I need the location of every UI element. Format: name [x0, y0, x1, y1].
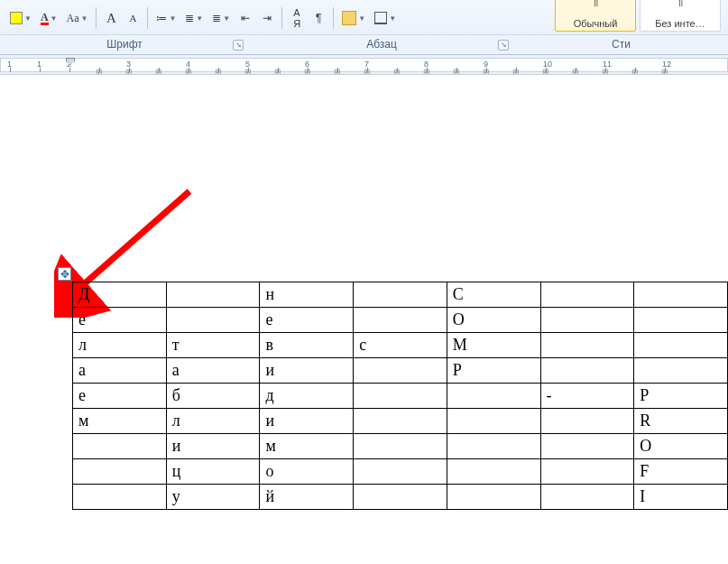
table-cell[interactable] [540, 485, 634, 510]
ruler-column-marker: ⊞ [572, 68, 579, 73]
chevron-down-icon: ▼ [358, 14, 365, 23]
shading-button[interactable]: ▼ [338, 7, 369, 29]
group-font-label: Шрифт ↘ [0, 35, 249, 54]
table-cell[interactable] [354, 282, 447, 308]
table-cell[interactable]: P [634, 384, 728, 409]
table-cell[interactable] [73, 434, 167, 459]
increase-indent-button[interactable]: ⇥ [257, 7, 277, 29]
font-color-button[interactable]: A ▼ [37, 7, 61, 29]
table-cell[interactable] [540, 308, 634, 333]
style-label: Без инте… [655, 18, 705, 31]
ruler-column-marker: ⊞ [125, 68, 133, 73]
table-cell[interactable]: С [447, 282, 540, 308]
table-cell[interactable] [540, 358, 634, 384]
table-cell[interactable] [447, 384, 540, 409]
table-cell[interactable] [447, 434, 540, 459]
sort-button[interactable]: AЯ [287, 7, 307, 29]
table-cell[interactable]: F [634, 459, 728, 485]
table-cell[interactable]: а [73, 358, 167, 384]
table-cell[interactable]: а [166, 358, 260, 384]
table-cell[interactable]: л [73, 333, 167, 358]
table-cell[interactable]: и [260, 409, 354, 434]
table-cell[interactable] [540, 409, 634, 434]
table-cell[interactable]: е [260, 308, 354, 333]
table-cell[interactable] [354, 358, 447, 384]
table-cell[interactable]: ц [166, 459, 260, 485]
shrink-font-button[interactable]: A [123, 7, 143, 29]
highlight-color-button[interactable]: ▼ [6, 7, 35, 29]
table-cell[interactable] [447, 409, 540, 434]
table-move-handle[interactable]: ✥ [58, 267, 71, 281]
table-cell[interactable] [540, 434, 634, 459]
show-paragraph-marks-button[interactable]: ¶ [309, 7, 328, 29]
multilevel-list-button[interactable]: ≣▼ [208, 7, 234, 29]
decrease-indent-button[interactable]: ⇤ [235, 7, 255, 29]
table-cell[interactable] [354, 485, 447, 510]
ruler-number: 1 [7, 60, 12, 69]
ruler-column-marker: ⊞ [96, 68, 103, 73]
table-cell[interactable] [540, 459, 634, 485]
table-cell[interactable]: и [166, 434, 260, 459]
table-cell[interactable]: й [260, 485, 354, 510]
table-cell[interactable]: Р [447, 358, 540, 384]
table-cell[interactable] [354, 434, 447, 459]
font-dialog-launcher[interactable]: ↘ [233, 40, 244, 51]
table-row: ааиР [73, 358, 728, 384]
table-cell[interactable] [354, 384, 447, 409]
chevron-down-icon: ▼ [196, 14, 203, 23]
table-cell[interactable] [166, 308, 260, 333]
style-normal[interactable]: ¶ Обычный [555, 0, 636, 32]
table-cell[interactable]: I [634, 485, 728, 510]
borders-button[interactable]: ▼ [371, 7, 400, 29]
table-cell[interactable] [634, 308, 728, 333]
table-cell[interactable] [73, 459, 167, 485]
table-cell[interactable]: н [260, 282, 354, 308]
table-cell[interactable] [540, 333, 634, 358]
table-cell[interactable] [634, 282, 728, 308]
ruler-column-marker: ⊞ [483, 68, 490, 73]
bullets-button[interactable]: ≔▼ [152, 7, 180, 29]
table-cell[interactable] [634, 333, 728, 358]
group-paragraph-label: Абзац ↘ [249, 35, 514, 54]
table-cell[interactable] [354, 459, 447, 485]
document-table[interactable]: ДнСееОлтвсМааиРебд-PмлиRимOцоFуйI [72, 282, 728, 510]
table-cell[interactable]: у [166, 485, 260, 510]
table-cell[interactable]: л [166, 409, 260, 434]
table-cell[interactable]: е [73, 384, 167, 409]
horizontal-ruler[interactable]: 112⊞3⊞⊞4⊞⊞5⊞⊞6⊞⊞7⊞⊞8⊞⊞9⊞⊞10⊞⊞11⊞⊞12⊞ [0, 55, 728, 75]
table-cell[interactable]: М [447, 333, 540, 358]
table-cell[interactable]: о [260, 459, 354, 485]
table-cell[interactable] [166, 282, 260, 308]
document-page[interactable]: ✥ ДнСееОлтвсМааиРебд-PмлиRимOцоFуйI [0, 101, 728, 564]
table-cell[interactable]: О [447, 308, 540, 333]
table-cell[interactable]: е [73, 308, 167, 333]
ruler-column-marker: ⊞ [453, 68, 460, 73]
table-cell[interactable] [447, 459, 540, 485]
table-cell[interactable]: д [260, 384, 354, 409]
table-cell[interactable]: м [260, 434, 354, 459]
table-cell[interactable]: с [354, 333, 447, 358]
table-cell[interactable] [447, 485, 540, 510]
table-cell[interactable] [354, 308, 447, 333]
table-cell[interactable]: Д [73, 282, 167, 308]
table-cell[interactable] [634, 358, 728, 384]
ruler-column-marker: ⊞ [155, 68, 162, 73]
grow-font-button[interactable]: A [101, 7, 121, 29]
table-cell[interactable]: м [73, 409, 167, 434]
table-cell[interactable]: б [166, 384, 260, 409]
table-cell[interactable] [354, 409, 447, 434]
table-cell[interactable]: R [634, 409, 728, 434]
group-label-text: Абзац [366, 38, 397, 51]
table-cell[interactable]: O [634, 434, 728, 459]
paragraph-dialog-launcher[interactable]: ↘ [498, 40, 509, 51]
table-cell[interactable]: в [260, 333, 354, 358]
change-case-button[interactable]: Aa ▼ [63, 7, 92, 29]
numbering-button[interactable]: ≣▼ [181, 7, 207, 29]
table-cell[interactable]: т [166, 333, 260, 358]
table-cell[interactable]: и [260, 358, 354, 384]
table-cell[interactable] [540, 282, 634, 308]
table-cell[interactable] [73, 485, 167, 510]
style-no-spacing[interactable]: ¶ Без инте… [640, 0, 721, 32]
table-cell[interactable]: - [540, 384, 634, 409]
group-label-text: Сти [612, 38, 631, 51]
